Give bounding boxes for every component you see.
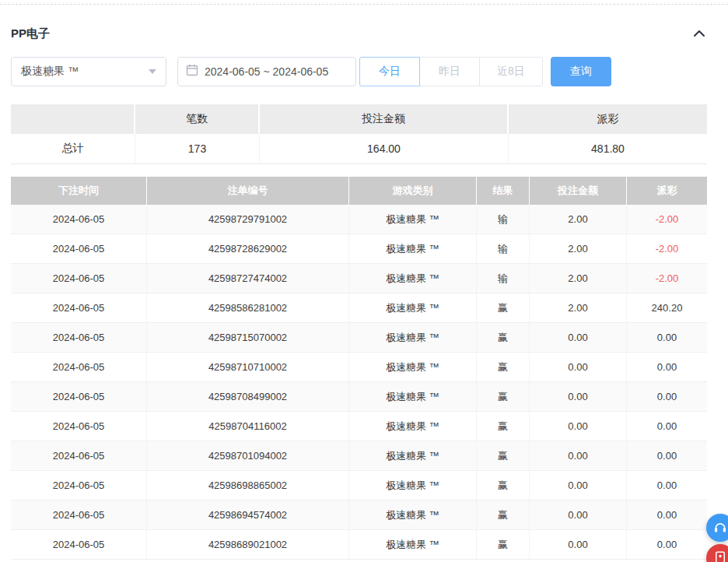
bets-cell: 42598715070002 [147,323,349,352]
screen: PP电子 极速糖果 ™ 今日昨日近8日 查询 笔数投注金额派彩 总计173164… [0,0,728,562]
bets-cell: 42598689021002 [147,530,349,559]
bets-cell: 42598728629002 [147,234,349,263]
summary-total-cell: 总计 [11,134,135,164]
bets-cell: -2.00 [627,264,707,293]
table-row: 2024-06-0542598689021002极速糖果 ™赢0.000.00 [11,530,707,560]
calendar-icon [186,64,205,79]
red-envelope-icon [713,550,727,562]
quick-filter-button-2[interactable]: 昨日 [419,57,480,86]
bets-cell: 2.00 [530,234,627,263]
top-dashed-divider [0,4,728,5]
table-row: 2024-06-0542598704116002极速糖果 ™赢0.000.00 [11,412,707,441]
search-button[interactable]: 查询 [551,57,611,86]
bets-cell: 2024-06-05 [11,205,147,234]
quick-filter-button-1[interactable]: 今日 [359,57,420,86]
bets-cell: 0.00 [530,501,627,529]
bets-cell: 2.00 [530,264,627,293]
bets-cell: 输 [477,234,530,263]
table-row: 2024-06-0542598586281002极速糖果 ™赢2.00240.2… [11,293,707,323]
table-row: 2024-06-0542598728629002极速糖果 ™输2.00-2.00 [11,234,707,264]
bets-cell: 0.00 [627,471,707,500]
quick-filter-button-3[interactable]: 近8日 [479,57,543,86]
bets-cell: -2.00 [627,205,707,234]
summary-header-row: 笔数投注金额派彩 [11,104,707,134]
table-row: 2024-06-0542598715070002极速糖果 ™赢0.000.00 [11,323,707,353]
date-range-picker[interactable] [177,57,356,86]
bets-cell: 0.00 [530,382,627,411]
bets-table: 下注时间注单编号游戏类别结果投注金额派彩 2024-06-05425987297… [11,177,707,560]
bets-header-cell: 派彩 [627,177,707,205]
date-range-input[interactable] [205,65,348,78]
bets-cell: 极速糖果 ™ [349,234,477,263]
table-row: 2024-06-0542598701094002极速糖果 ™赢0.000.00 [11,441,707,471]
bets-cell: 2024-06-05 [11,501,147,529]
bets-cell: 2.00 [530,205,627,234]
bets-cell: 0.00 [530,471,627,500]
bets-cell: 赢 [477,441,530,470]
bets-cell: 0.00 [530,323,627,352]
summary-total-row: 总计173164.00481.80 [11,134,707,164]
bets-cell: 0.00 [627,412,707,441]
bets-cell: 赢 [477,382,530,411]
bets-cell: 极速糖果 ™ [349,382,477,411]
bets-cell: 240.20 [627,293,707,322]
bets-cell: 2024-06-05 [11,382,147,411]
customer-service-float-button[interactable] [706,514,728,542]
bets-cell: 极速糖果 ™ [349,412,477,441]
bets-cell: 赢 [477,530,530,559]
bets-cell: 42598701094002 [147,441,349,470]
table-row: 2024-06-0542598694574002极速糖果 ™赢0.000.00 [11,501,707,530]
bets-cell: 2.00 [530,293,627,322]
bets-cell: 42598698865002 [147,471,349,500]
bets-cell: 0.00 [530,412,627,441]
headset-icon [712,519,728,537]
filter-row: 极速糖果 ™ 今日昨日近8日 查询 [11,57,611,86]
bets-cell: 42598586281002 [147,293,349,322]
collapse-button[interactable] [691,28,707,39]
summary-total-cell: 173 [135,134,260,164]
summary-header-cell: 笔数 [135,104,260,134]
bets-cell: 0.00 [627,530,707,559]
summary-total-cell: 481.80 [509,134,707,164]
bets-cell: 42598729791002 [147,205,349,234]
bets-cell: 赢 [477,501,530,529]
bets-cell: 0.00 [627,441,707,470]
summary-header-cell: 派彩 [509,104,707,134]
bets-cell: 输 [477,205,530,234]
game-select[interactable]: 极速糖果 ™ [11,57,166,86]
bets-cell: 0.00 [530,353,627,381]
bets-cell: 极速糖果 ™ [349,530,477,559]
bets-header-cell: 下注时间 [11,177,147,205]
bets-cell: 赢 [477,412,530,441]
bets-cell: 2024-06-05 [11,471,147,500]
bets-header-cell: 游戏类别 [349,177,477,205]
bets-cell: 赢 [477,293,530,322]
bets-cell: 2024-06-05 [11,234,147,263]
summary-header-cell: 投注金额 [260,104,509,134]
bets-cell: 极速糖果 ™ [349,205,477,234]
bets-cell: 0.00 [530,530,627,559]
summary-header-cell [11,104,135,134]
bets-cell: 极速糖果 ™ [349,264,477,293]
bets-cell: 极速糖果 ™ [349,293,477,322]
bets-cell: 42598704116002 [147,412,349,441]
bets-cell: 0.00 [627,353,707,381]
bets-cell: 2024-06-05 [11,264,147,293]
bets-cell: 赢 [477,471,530,500]
bets-cell: 42598710710002 [147,353,349,381]
bets-header-row: 下注时间注单编号游戏类别结果投注金额派彩 [11,177,707,205]
bets-cell: 2024-06-05 [11,353,147,381]
quick-filter-group: 今日昨日近8日 [359,57,543,86]
bets-cell: 2024-06-05 [11,412,147,441]
bets-table-body: 2024-06-0542598729791002极速糖果 ™输2.00-2.00… [11,205,707,560]
panel-header: PP电子 [11,23,707,44]
chevron-up-icon [693,28,705,40]
summary-total-cell: 164.00 [260,134,509,164]
bets-cell: 赢 [477,353,530,381]
bets-cell: -2.00 [627,234,707,263]
promo-float-button[interactable] [706,544,728,562]
bets-header-cell: 投注金额 [530,177,627,205]
bets-cell: 42598727474002 [147,264,349,293]
bets-header-cell: 注单编号 [147,177,349,205]
game-select-value: 极速糖果 ™ [21,65,149,79]
